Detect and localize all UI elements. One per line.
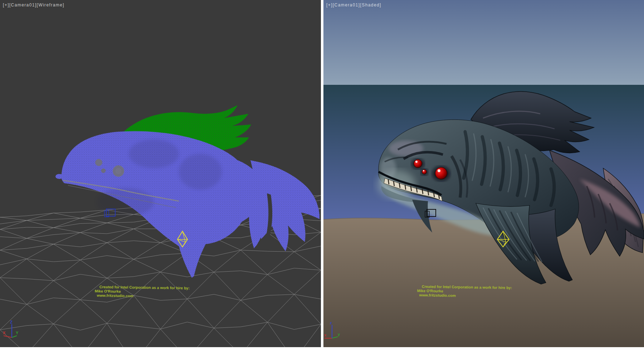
sky — [323, 0, 644, 85]
axis-gizmo: X Y Z — [3, 320, 19, 337]
viewport-split-view: [+][Camera01][Wireframe] — [0, 0, 644, 350]
axis-x-label: X — [3, 331, 6, 335]
axis-x-label: x — [324, 333, 327, 337]
axis-y-label: Y — [16, 331, 19, 335]
viewport-label-wireframe[interactable]: [+][Camera01][Wireframe] — [3, 3, 64, 8]
axis-z-label: Z — [10, 320, 13, 324]
fish-lip — [55, 174, 63, 179]
viewport-divider[interactable] — [321, 0, 323, 350]
axis-z-label: z — [330, 321, 332, 325]
viewport-label-shaded[interactable]: [+][Camera01][Shaded] — [326, 3, 381, 8]
bottom-border — [0, 347, 644, 350]
attribution-text: Created for Intel Corporation as a work … — [94, 285, 190, 299]
viewport-shaded[interactable]: [+][Camera01][Shaded] — [323, 0, 644, 347]
attribution-text: Created for Intel Corporation as a work … — [417, 284, 512, 298]
viewport-wireframe[interactable]: [+][Camera01][Wireframe] — [0, 0, 321, 347]
axis-y-label: y — [338, 332, 340, 336]
fish-model-wireframe[interactable] — [55, 105, 319, 278]
